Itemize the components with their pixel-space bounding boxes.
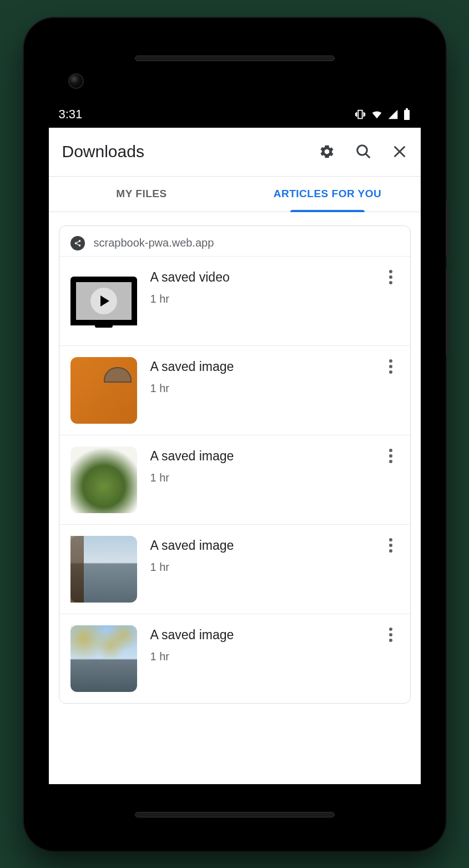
thumbnail-image	[70, 357, 137, 424]
phone-speaker	[135, 812, 335, 817]
share-icon	[70, 236, 85, 250]
svg-rect-1	[406, 108, 408, 110]
svg-point-7	[74, 242, 77, 244]
battery-icon	[403, 108, 411, 121]
tab-articles-for-you[interactable]: ARTICLES FOR YOU	[235, 177, 421, 212]
close-icon	[392, 144, 407, 159]
item-title: A saved image	[150, 628, 369, 643]
phone-earpiece	[135, 56, 335, 61]
settings-button[interactable]	[319, 143, 335, 160]
source-label: scrapbook-pwa.web.app	[94, 237, 214, 249]
more-vert-icon	[389, 270, 392, 284]
item-time: 1 hr	[150, 471, 369, 484]
phone-side-button	[446, 201, 449, 257]
app-bar: Downloads	[49, 128, 421, 177]
signal-icon	[387, 109, 399, 120]
phone-side-button	[446, 268, 449, 357]
more-vert-icon	[389, 628, 392, 642]
phone-camera	[68, 73, 84, 89]
tabs: MY FILES ARTICLES FOR YOU	[49, 177, 421, 212]
card-header: scrapbook-pwa.web.app	[59, 226, 410, 256]
svg-point-2	[357, 145, 367, 155]
thumbnail-video	[70, 268, 137, 334]
list-item[interactable]: A saved image 1 hr	[59, 524, 410, 614]
more-vert-icon	[389, 359, 392, 374]
item-time: 1 hr	[150, 382, 369, 395]
svg-rect-0	[404, 110, 410, 120]
tab-label: ARTICLES FOR YOU	[274, 188, 382, 200]
list-item[interactable]: A saved image 1 hr	[59, 345, 410, 435]
thumbnail-image	[70, 446, 137, 513]
search-button[interactable]	[355, 143, 372, 160]
phone-frame: 3:31 Downloa	[24, 18, 446, 851]
svg-line-10	[77, 243, 79, 244]
list-item[interactable]: A saved video 1 hr	[59, 256, 410, 345]
tv-icon	[70, 277, 137, 325]
svg-line-3	[365, 154, 370, 158]
item-title: A saved video	[150, 270, 369, 285]
close-button[interactable]	[392, 144, 407, 159]
thumbnail-image	[70, 536, 137, 603]
tab-my-files[interactable]: MY FILES	[49, 177, 235, 212]
tab-label: MY FILES	[116, 188, 167, 200]
search-icon	[355, 143, 372, 160]
content-area: scrapbook-pwa.web.app A saved video	[49, 212, 421, 784]
more-vert-icon	[389, 538, 392, 553]
gear-icon	[319, 143, 335, 160]
item-title: A saved image	[150, 359, 369, 374]
svg-line-9	[77, 241, 79, 242]
item-title: A saved image	[150, 538, 369, 553]
item-time: 1 hr	[150, 293, 369, 305]
item-menu-button[interactable]	[382, 625, 399, 642]
status-time: 3:31	[59, 107, 83, 122]
svg-point-8	[78, 244, 80, 247]
item-title: A saved image	[150, 449, 369, 464]
more-vert-icon	[389, 449, 392, 463]
wifi-icon	[371, 108, 383, 121]
article-card: scrapbook-pwa.web.app A saved video	[59, 225, 411, 704]
screen: 3:31 Downloa	[49, 101, 421, 784]
list-item[interactable]: A saved image 1 hr	[59, 435, 410, 524]
thumbnail-image	[70, 625, 137, 692]
vibrate-icon	[354, 108, 366, 121]
item-menu-button[interactable]	[382, 268, 399, 284]
play-icon	[90, 288, 117, 314]
item-time: 1 hr	[150, 561, 369, 574]
page-title: Downloads	[62, 142, 319, 161]
status-bar: 3:31	[49, 101, 421, 128]
item-time: 1 hr	[150, 650, 369, 663]
item-menu-button[interactable]	[382, 446, 399, 463]
item-menu-button[interactable]	[382, 357, 399, 374]
list-item[interactable]: A saved image 1 hr	[59, 614, 410, 703]
status-icons	[354, 108, 411, 121]
svg-point-6	[78, 240, 80, 242]
item-menu-button[interactable]	[382, 536, 399, 553]
